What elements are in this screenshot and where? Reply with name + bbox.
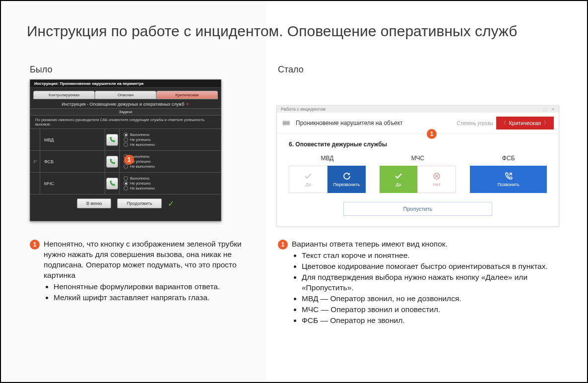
- after-app-title: Работа с инцидентом: [281, 107, 326, 112]
- note-bullet: МЧС — Оператор звонил и оповестил.: [302, 305, 556, 315]
- service-name: МЧС: [411, 155, 425, 162]
- phone-icon: [109, 158, 116, 165]
- note-badge: 1: [278, 240, 288, 250]
- phone-outgoing-icon: [504, 172, 513, 181]
- star-icon: ✶: [186, 102, 190, 107]
- note-bullet: Для подтверждения выбора нужно нажать кн…: [302, 272, 556, 293]
- radio-not-done[interactable]: Не выполнено: [124, 186, 221, 191]
- radio-fail[interactable]: Не успешно: [124, 181, 221, 186]
- threat-label: Степень угрозы: [457, 121, 493, 126]
- radio-fail[interactable]: Не успешно: [124, 159, 221, 164]
- tab-controlled[interactable]: Контролируемая: [33, 91, 95, 99]
- annotation-badge-1: 1: [427, 129, 437, 139]
- before-task-desc: По указанию сменного руководителя САБ оп…: [30, 116, 221, 129]
- menu-icon[interactable]: [283, 121, 290, 126]
- service-name: ФСБ: [502, 155, 515, 162]
- note-bullet: Мелкий шрифт заставляет напрягать глаза.: [54, 293, 248, 303]
- label-before: Было: [30, 64, 52, 75]
- service-fsb: ФСБ Позвонить: [470, 155, 547, 193]
- before-window-title: Инструкция: Проникновение нарушителя на …: [30, 80, 221, 88]
- chevron-right-icon: 〉: [544, 120, 549, 127]
- before-row-mvd: МВД Выполнено Не успешно Не выполнено: [30, 129, 221, 151]
- note-first: Варианты ответа теперь имеют вид кнопок.: [292, 239, 448, 250]
- check-icon: ✓: [168, 199, 174, 208]
- note-bullet: Непонятные формулировки вариантов ответа…: [54, 282, 248, 292]
- radio-not-done[interactable]: Не выполнено: [124, 142, 221, 147]
- phone-icon: [109, 180, 116, 187]
- service-mvd: МВД Да Перезвонить: [289, 155, 366, 193]
- note-bullet: МВД — Оператор звонил, но не дозвонился.: [302, 294, 556, 304]
- phone-icon: [109, 136, 116, 143]
- radio-done[interactable]: Выполнено: [124, 132, 221, 137]
- chevron-left-icon: 〈: [501, 120, 506, 127]
- after-mock: Работа с инцидентом ⬚ ✕ Проникновение на…: [276, 105, 559, 227]
- no-button-disabled[interactable]: Нет: [417, 166, 456, 193]
- yes-button-disabled[interactable]: Да: [289, 166, 327, 193]
- before-row-name: ФСБ: [40, 151, 105, 172]
- retry-icon: [342, 172, 351, 181]
- note-bullet: Текст стал короче и понятнее.: [302, 251, 556, 261]
- note-badge: 1: [30, 240, 40, 250]
- radio-done[interactable]: Выполнено: [124, 154, 221, 159]
- yes-button-active[interactable]: Да: [380, 166, 417, 193]
- note-bullet: Цветовое кодирование помогает быстро ори…: [302, 261, 556, 272]
- skip-button[interactable]: Пропустить: [343, 202, 492, 216]
- call-button[interactable]: [106, 156, 118, 168]
- call-button[interactable]: [106, 134, 118, 146]
- radio-done[interactable]: Выполнено: [124, 176, 221, 181]
- radio-fail[interactable]: Не успешно: [124, 137, 221, 142]
- close-icon[interactable]: ✕: [551, 107, 555, 112]
- cancel-icon: [432, 172, 441, 181]
- notes-after: 1 Варианты ответа теперь имеют вид кнопо…: [278, 239, 556, 326]
- step-title: 6. Оповестите дежурные службы: [289, 141, 547, 148]
- service-name: МВД: [321, 155, 333, 162]
- call-button[interactable]: [106, 178, 118, 190]
- notes-before: 1 Непонятно, что кнопку с изображением з…: [30, 239, 248, 304]
- before-row-name: МЧС: [40, 173, 105, 194]
- before-subtitle: Инструкция - Оповещение дежурных и опера…: [30, 99, 221, 108]
- before-tasks-header: Задачи: [30, 108, 221, 116]
- radio-not-done[interactable]: Не выполнено: [124, 164, 221, 169]
- check-icon: [394, 172, 403, 181]
- label-after: Стало: [278, 64, 304, 75]
- service-mchs: МЧС Да Нет: [380, 155, 457, 193]
- tab-dangerous[interactable]: Опасная: [95, 91, 156, 99]
- call-button[interactable]: Позвонить: [470, 166, 547, 193]
- continue-button[interactable]: Продолжить: [117, 198, 161, 208]
- retry-button[interactable]: Перезвонить: [327, 166, 365, 193]
- note-bullet: ФСБ — Оператор не звонил.: [302, 316, 556, 326]
- note-first: Непонятно, что кнопку с изображением зел…: [44, 239, 248, 281]
- after-header-title: Проникновение нарушителя на объект: [296, 120, 403, 127]
- page-title: Инструкция по работе с инцидентом. Опове…: [27, 23, 517, 40]
- before-row-name: МВД: [40, 129, 105, 150]
- annotation-badge-1: 1: [124, 155, 134, 165]
- tab-critical[interactable]: Критическая: [156, 91, 218, 99]
- threat-level[interactable]: 〈 Критическая 〉: [496, 117, 554, 129]
- menu-button[interactable]: В меню: [77, 198, 111, 208]
- before-mock: Инструкция: Проникновение нарушителя на …: [30, 79, 221, 221]
- expand-icon[interactable]: ⬚: [543, 107, 547, 112]
- before-row-mchs: МЧС Выполнено Не успешно Не выполнено: [30, 173, 221, 194]
- check-icon: [304, 172, 313, 181]
